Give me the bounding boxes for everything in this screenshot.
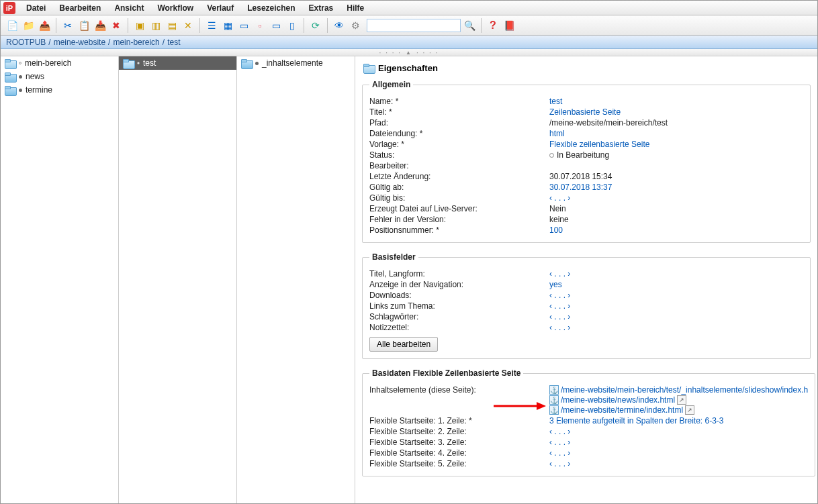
prop-row: Notizzettel:‹ . . . › (369, 322, 803, 333)
menu-bearbeiten[interactable]: Bearbeiten (52, 2, 107, 14)
prop-value[interactable]: ‹ . . . › (549, 323, 803, 332)
prop-value[interactable]: 30.07.2018 13:37 (549, 183, 803, 192)
prop-value: 30.07.2018 15:34 (549, 172, 803, 181)
prop-value[interactable]: ‹ . . . › (549, 269, 803, 279)
prop-label: Titel: * (369, 107, 549, 117)
breadcrumb-meine-website[interactable]: meine-website (54, 38, 105, 47)
menu-ansicht[interactable]: Ansicht (107, 2, 150, 14)
view-detail-icon[interactable]: ▭ (236, 18, 251, 33)
prop-label: Links zum Thema: (369, 301, 549, 311)
tree-item-_inhaltselemente[interactable]: _inhaltselemente (237, 56, 355, 70)
properties-panel: Eigenschaften Allgemein Name: *testTitel… (355, 56, 817, 503)
tree-label: news (26, 72, 44, 81)
action3-icon[interactable]: ▤ (165, 18, 179, 33)
prop-value[interactable]: Zeilenbasierte Seite (549, 107, 803, 117)
content-link-row: ⚓/meine-website/news/index.html↗ (549, 395, 808, 405)
legend-basisfelder: Basisfelder (369, 252, 418, 262)
search-input[interactable] (367, 19, 461, 32)
action1-icon[interactable]: ▣ (132, 18, 147, 33)
content-link[interactable]: /meine-website/news/index.html (561, 395, 675, 405)
export-icon[interactable]: 📤 (37, 18, 52, 33)
folder-icon (5, 72, 15, 81)
prop-row: Flexible Startseite: 4. Zeile:‹ . . . › (369, 448, 808, 458)
folder-icon (123, 59, 134, 68)
tree-item-termine[interactable]: termine (1, 83, 118, 97)
view-grid-icon[interactable]: ▦ (220, 18, 235, 33)
edit-all-button[interactable]: Alle bearbeiten (369, 337, 438, 352)
tree-label: mein-bereich (25, 58, 71, 68)
content-link[interactable]: /meine-website/termine/index.html (561, 405, 683, 415)
menu-extras[interactable]: Extras (302, 2, 340, 14)
menu-lesezeichen[interactable]: Lesezeichen (240, 2, 302, 14)
view-col-icon[interactable]: ▯ (285, 18, 300, 33)
prop-value[interactable]: ‹ . . . › (549, 291, 803, 300)
collapse-handle[interactable]: · · · ·▲· · · · (1, 49, 817, 56)
prop-value[interactable]: html (549, 129, 803, 138)
column-3: _inhaltselemente (237, 56, 355, 503)
prop-value[interactable]: ‹ . . . › (549, 459, 808, 468)
view-list-icon[interactable]: ☰ (204, 18, 219, 33)
refresh-icon[interactable]: ⟳ (308, 18, 323, 33)
folder-icon (5, 86, 15, 95)
prop-value[interactable]: Flexible zeilenbasierte Seite (549, 140, 803, 149)
paste-icon[interactable]: 📥 (93, 18, 107, 33)
prop-value[interactable]: 3 Elemente aufgeteilt in Spalten der Bre… (549, 416, 808, 425)
prop-label: Titel, Langform: (369, 269, 549, 279)
prop-value[interactable]: ‹ . . . › (549, 312, 803, 321)
prop-label: Status: (369, 150, 549, 160)
prop-row: Gültig bis:‹ . . . › (369, 193, 803, 203)
help-icon[interactable]: ? (486, 18, 500, 33)
prop-row: Flexible Startseite: 3. Zeile:‹ . . . › (369, 437, 808, 448)
breadcrumb-mein-bereich[interactable]: mein-bereich (113, 38, 159, 47)
menu-hilfe[interactable]: Hilfe (340, 2, 371, 14)
prop-label: Vorlage: * (369, 140, 549, 149)
view-cards-icon[interactable]: ▭ (269, 18, 283, 33)
prop-label: Bearbeiter: (369, 161, 549, 170)
view-tiles-icon[interactable]: ▫ (253, 18, 267, 33)
properties-heading: Eigenschaften (378, 63, 438, 73)
cut-icon[interactable]: ✂ (60, 18, 75, 33)
prop-value[interactable]: ‹ . . . › (549, 448, 808, 458)
tree-item-news[interactable]: news (1, 70, 118, 83)
prop-label: Letzte Änderung: (369, 172, 549, 181)
prop-label: Anzeige in der Navigation: (369, 280, 549, 289)
prop-value[interactable]: ‹ . . . › (549, 301, 803, 311)
prop-row: Letzte Änderung:30.07.2018 15:34 (369, 171, 803, 182)
prop-value[interactable]: 100 (549, 225, 803, 235)
external-link-icon[interactable]: ↗ (685, 405, 694, 415)
prop-value[interactable]: yes (549, 280, 803, 289)
external-link-icon[interactable]: ↗ (677, 395, 686, 405)
breadcrumb-test[interactable]: test (167, 38, 180, 47)
new-folder-icon[interactable]: 📁 (21, 18, 36, 33)
anchor-icon: ⚓ (549, 385, 559, 395)
menubar: iP DateiBearbeitenAnsichtWorkflowVerlauf… (1, 1, 817, 15)
breadcrumb-rootpub[interactable]: ROOTPUB (6, 38, 46, 47)
prop-row: Gültig ab:30.07.2018 13:37 (369, 182, 803, 193)
copy-icon[interactable]: 📋 (77, 18, 91, 33)
prop-row: Flexible Startseite: 2. Zeile:‹ . . . › (369, 426, 808, 437)
menu-verlauf[interactable]: Verlauf (200, 2, 240, 14)
tree-label: termine (26, 85, 52, 95)
action4-icon[interactable]: ✕ (181, 18, 195, 33)
content-link[interactable]: /meine-website/mein-bereich/test/_inhalt… (561, 385, 808, 395)
status-dot-icon (19, 89, 22, 92)
prop-value[interactable]: ‹ . . . › (549, 438, 808, 447)
status-dot-icon (19, 75, 22, 79)
book-icon[interactable]: 📕 (502, 18, 516, 33)
prop-value[interactable]: ‹ . . . › (549, 427, 808, 436)
prop-label: Fehler in der Version: (369, 215, 549, 224)
search-icon[interactable]: 🔍 (462, 18, 477, 33)
delete-icon[interactable]: ✖ (109, 18, 124, 33)
menu-workflow[interactable]: Workflow (150, 2, 200, 14)
preview-icon[interactable]: 👁 (332, 18, 347, 33)
menu-datei[interactable]: Datei (19, 2, 52, 14)
settings-icon[interactable]: ⚙ (348, 18, 363, 33)
prop-value[interactable]: ‹ . . . › (549, 193, 803, 203)
prop-value[interactable]: test (549, 97, 803, 106)
new-file-icon[interactable]: 📄 (5, 18, 19, 33)
anchor-icon: ⚓ (549, 405, 559, 415)
tree-item-test[interactable]: test (119, 56, 236, 70)
tree-item-mein-bereich[interactable]: mein-bereich (1, 56, 118, 70)
column-1: mein-bereichnewstermine (1, 56, 119, 503)
action2-icon[interactable]: ▥ (148, 18, 163, 33)
